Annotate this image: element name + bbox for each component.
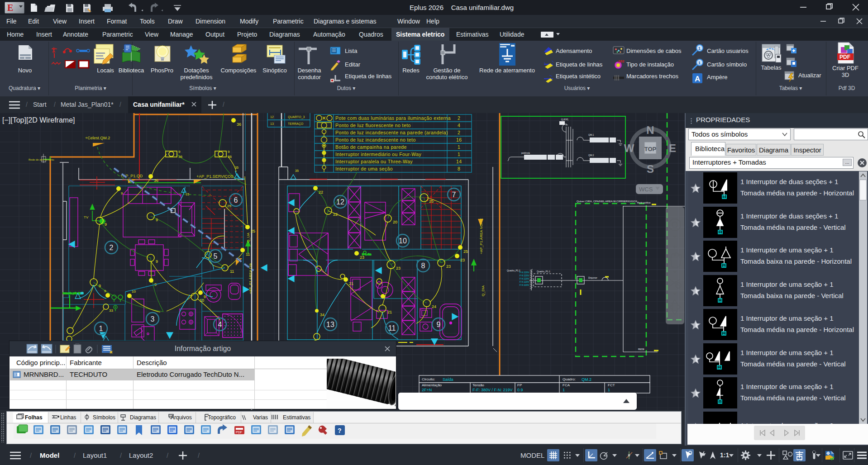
svg-text:Pote com duas luminárias p: Pote com duas luminárias para iluminação…	[335, 115, 451, 121]
svg-text:2F+N: 2F+N	[422, 388, 432, 392]
svg-text:10: 10	[399, 237, 407, 245]
svg-text:2: 2	[458, 115, 460, 121]
svg-text:13: 13	[270, 122, 274, 125]
svg-text:FCT: FCT	[608, 383, 615, 387]
svg-text:Q_DIA: Q_DIA	[481, 285, 485, 296]
svg-text:Tensão: Tensão	[472, 383, 484, 387]
svg-text:11: 11	[230, 269, 234, 274]
svg-text:23: 23	[360, 255, 364, 260]
svg-text:FP: FP	[517, 383, 522, 387]
svg-text:36: 36	[178, 155, 182, 159]
svg-text:S: S	[647, 163, 654, 175]
svg-text:9: 9	[105, 222, 107, 227]
svg-text:9: 9	[121, 191, 123, 195]
svg-text:QUARTO_3: QUARTO_3	[288, 115, 305, 119]
svg-text:25: 25	[251, 229, 255, 233]
svg-text:Interruptor paralela ou Thr: Interruptor paralela ou Three-Way	[335, 159, 413, 164]
svg-text:8: 8	[458, 166, 460, 171]
svg-text:F-N 220V: F-N 220V	[520, 271, 529, 274]
svg-text:4: 4	[218, 321, 222, 328]
svg-text:W: W	[624, 142, 634, 154]
svg-text:9: 9	[104, 289, 106, 293]
svg-text:WCS: WCS	[639, 186, 653, 193]
svg-text:34: 34	[320, 313, 324, 317]
svg-text:13: 13	[326, 321, 334, 328]
svg-text:Disjuntor: Disjuntor	[588, 276, 597, 279]
svg-text:Rede de aterramento: Rede de aterramento	[29, 158, 54, 161]
svg-text:Saída: Saída	[443, 377, 453, 382]
svg-text:Alimentação: Alimentação	[422, 383, 442, 387]
svg-text:23: 23	[460, 258, 465, 262]
svg-text:Ponto de luz fluorescente: Ponto de luz fluorescente no teto	[335, 123, 411, 128]
svg-text:REDE: REDE	[638, 348, 645, 351]
svg-text:9: 9	[437, 321, 441, 328]
svg-text:9: 9	[204, 294, 206, 299]
svg-text:36: 36	[237, 122, 241, 127]
svg-text:Q_UA: Q_UA	[246, 232, 250, 242]
svg-text:0.9: 0.9	[517, 388, 523, 392]
svg-text:1: 1	[698, 46, 701, 51]
svg-text:Ponto de luz incandescente: Ponto de luz incandescente na parede (ar…	[335, 130, 448, 135]
svg-text:2: 2	[458, 130, 460, 135]
svg-text:9: 9	[228, 150, 230, 154]
svg-text:Quadro_P1.1: Quadro_P1.1	[537, 270, 550, 273]
svg-text:20: 20	[393, 220, 397, 224]
svg-text:QM.2: QM.2	[588, 154, 594, 157]
svg-text:1: 1	[99, 325, 103, 332]
svg-text:N: N	[646, 124, 654, 136]
svg-text:11: 11	[246, 252, 250, 256]
svg-text:F-N 220V: F-N 220V	[520, 284, 529, 286]
svg-text:33: 33	[109, 308, 113, 313]
svg-text:TOP: TOP	[644, 146, 657, 152]
svg-text:4: 4	[458, 123, 460, 128]
svg-text:PDF: PDF	[236, 431, 242, 434]
svg-text:11: 11	[388, 324, 396, 332]
svg-text:14: 14	[456, 159, 462, 164]
svg-text:FCA: FCA	[563, 383, 570, 387]
svg-text:5: 5	[214, 252, 218, 260]
svg-text:35: 35	[295, 169, 299, 172]
svg-text:9: 9	[156, 259, 158, 264]
svg-text:Interruptor de uma seção: Interruptor de uma seção	[335, 166, 393, 171]
svg-text:22: 22	[333, 212, 338, 217]
svg-text:25: 25	[463, 249, 468, 254]
svg-text:QM.1: QM.1	[588, 133, 594, 136]
svg-text:6: 6	[234, 196, 238, 204]
svg-text:Botão de campainha na pare: Botão de campainha na parede	[335, 144, 407, 150]
svg-text:36: 36	[228, 155, 232, 159]
svg-text:F-F: 380V / F-N: 219V: F-F: 380V / F-N: 219V	[472, 388, 513, 392]
svg-text:23: 23	[446, 264, 451, 269]
svg-text:+AP_P1.ÁREA NOITE: +AP_P1.ÁREA NOITE	[479, 218, 483, 254]
svg-text:F-N 220V: F-N 220V	[520, 274, 529, 277]
svg-text:35: 35	[235, 166, 238, 169]
svg-text:A: A	[695, 75, 700, 83]
svg-text:TERRAÇO: TERRAÇO	[288, 122, 304, 126]
svg-text:1: 1	[458, 152, 460, 157]
svg-text:?: ?	[338, 427, 342, 434]
svg-text:21: 21	[387, 310, 392, 314]
svg-text:9: 9	[178, 150, 181, 154]
svg-text:QM.2: QM.2	[582, 377, 591, 382]
svg-text:tomada principal: tomada principal	[63, 292, 83, 294]
svg-text:Quadro_P1.1: Quadro_P1.1	[507, 269, 520, 272]
svg-text:Interruptor intermediário ou: Interruptor intermediário ou Four-Way	[335, 152, 421, 157]
svg-text:1: 1	[458, 144, 460, 150]
svg-text:102: 102	[618, 59, 625, 63]
svg-text:F-N 220V: F-N 220V	[520, 277, 529, 280]
svg-text:Ponto de luz incandescente: Ponto de luz incandescente no teto	[335, 137, 416, 142]
svg-text:Quadro:: Quadro:	[563, 377, 576, 381]
svg-text:1: 1	[698, 61, 701, 65]
svg-text:2: 2	[110, 244, 114, 251]
svg-text:25: 25	[429, 199, 434, 204]
svg-text:12: 12	[270, 115, 274, 119]
svg-text:12: 12	[336, 198, 344, 206]
svg-text:F-N 220V: F-N 220V	[520, 280, 529, 283]
svg-text:22: 22	[319, 190, 323, 195]
svg-text:Q.[P,P]: Q.[P,P]	[561, 118, 568, 121]
svg-text:E: E	[669, 142, 676, 154]
svg-text:1: 1	[563, 388, 565, 392]
svg-text:3: 3	[151, 315, 155, 323]
svg-text:36: 36	[154, 178, 158, 183]
svg-text:7: 7	[452, 191, 456, 199]
svg-text:1: 1	[608, 388, 610, 392]
